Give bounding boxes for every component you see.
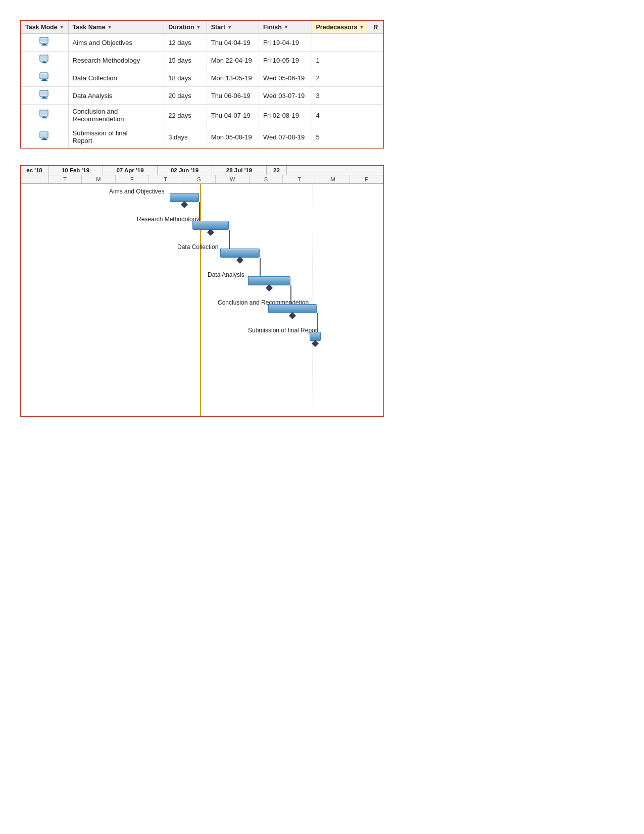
gantt-month-cell: 22 xyxy=(267,166,287,175)
duration-cell: 3 days xyxy=(164,126,207,148)
svg-rect-1 xyxy=(41,38,47,42)
project-table: Task Mode ▼ Task Name ▼ Duration ▼ Start… xyxy=(21,21,383,148)
gantt-day-header-row: TMFTSWSTMF xyxy=(21,175,383,184)
project-table-container: Task Mode ▼ Task Name ▼ Duration ▼ Start… xyxy=(20,20,384,149)
gantt-day-cell: M xyxy=(316,175,350,183)
col-header-task-name[interactable]: Task Name ▼ xyxy=(68,21,164,34)
gantt-day-cell: S xyxy=(250,175,283,183)
gantt-connector-vertical xyxy=(260,258,261,276)
svg-rect-14 xyxy=(42,97,46,98)
svg-rect-9 xyxy=(41,74,47,78)
predecessors-cell xyxy=(312,34,368,52)
gantt-day-cell: F xyxy=(116,175,149,183)
gantt-task-label: Data Analysis xyxy=(208,271,244,278)
col-header-task-mode[interactable]: Task Mode ▼ xyxy=(21,21,69,34)
gantt-chart-container: ec '1810 Feb '1907 Apr '1902 Jun '1928 J… xyxy=(20,165,384,417)
gantt-day-cell: T xyxy=(48,175,82,183)
gantt-task-label: Data Collection xyxy=(177,243,218,251)
task-name-cell: Submission of final Report xyxy=(68,126,164,148)
gantt-task-label: Research Methodology xyxy=(137,216,199,223)
finish-cell: Wed 05-06-19 xyxy=(259,69,312,87)
svg-rect-13 xyxy=(41,91,47,95)
predecessors-cell: 4 xyxy=(312,105,368,126)
start-cell: Thu 04-04-19 xyxy=(207,34,259,52)
gantt-month-cell: 02 Jun '19 xyxy=(158,166,212,175)
task-mode-icon xyxy=(21,34,69,52)
gantt-month-cell: ec '18 xyxy=(21,166,48,175)
table-row: Aims and Objectives12 daysThu 04-04-19Fr… xyxy=(21,34,383,52)
gantt-task-label: Aims and Objectives xyxy=(109,188,164,195)
finish-cell: Fri 19-04-19 xyxy=(259,34,312,52)
task-name-cell: Data Collection xyxy=(68,69,164,87)
svg-rect-6 xyxy=(42,62,46,63)
svg-rect-19 xyxy=(41,118,47,118)
predecessors-cell: 5 xyxy=(312,126,368,148)
gantt-month-cell: 28 Jul '19 xyxy=(212,166,267,175)
r-cell xyxy=(368,105,383,126)
duration-cell: 12 days xyxy=(164,34,207,52)
svg-rect-21 xyxy=(41,133,47,137)
task-mode-icon xyxy=(21,87,69,105)
gantt-day-cell: M xyxy=(82,175,115,183)
gantt-day-cell: F xyxy=(350,175,383,183)
col-header-duration[interactable]: Duration ▼ xyxy=(164,21,207,34)
gantt-day-cell: W xyxy=(216,175,249,183)
gantt-connector-vertical xyxy=(229,230,230,249)
predecessors-cell: 2 xyxy=(312,69,368,87)
svg-rect-18 xyxy=(42,117,46,118)
task-mode-icon xyxy=(21,105,69,126)
task-name-cell: Conclusion and Recommendetion xyxy=(68,105,164,126)
svg-rect-2 xyxy=(42,44,46,45)
gantt-milestone-diamond xyxy=(289,312,296,319)
gantt-month-header-row: ec '1810 Feb '1907 Apr '1902 Jun '1928 J… xyxy=(21,166,383,175)
svg-rect-3 xyxy=(41,45,47,45)
r-cell xyxy=(368,34,383,52)
svg-rect-17 xyxy=(41,111,47,115)
gantt-dotted-line xyxy=(313,184,313,416)
table-row: Data Collection18 daysMon 13-05-19Wed 05… xyxy=(21,69,383,87)
finish-cell: Wed 07-08-19 xyxy=(259,126,312,148)
gantt-milestone-diamond xyxy=(181,201,188,208)
r-cell xyxy=(368,52,383,69)
finish-cell: Fri 10-05-19 xyxy=(259,52,312,69)
gantt-milestone-diamond xyxy=(266,284,273,291)
finish-cell: Fri 02-08-19 xyxy=(259,105,312,126)
svg-rect-7 xyxy=(41,63,47,63)
task-mode-icon xyxy=(21,69,69,87)
duration-cell: 18 days xyxy=(164,69,207,87)
table-row: Conclusion and Recommendetion22 daysThu … xyxy=(21,105,383,126)
svg-rect-23 xyxy=(41,139,47,140)
duration-cell: 20 days xyxy=(164,87,207,105)
r-cell xyxy=(368,69,383,87)
table-row: Research Methodology15 daysMon 22-04-19F… xyxy=(21,52,383,69)
gantt-month-cell: 10 Feb '19 xyxy=(48,166,103,175)
gantt-day-cell: T xyxy=(149,175,182,183)
svg-rect-5 xyxy=(41,56,47,60)
duration-cell: 15 days xyxy=(164,52,207,69)
finish-cell: Wed 03-07-19 xyxy=(259,87,312,105)
col-header-finish[interactable]: Finish ▼ xyxy=(259,21,312,34)
gantt-milestone-diamond xyxy=(207,229,214,236)
start-cell: Mon 13-05-19 xyxy=(207,69,259,87)
col-header-predecessors[interactable]: Predecessors ▼ xyxy=(312,21,368,34)
svg-rect-15 xyxy=(41,98,47,99)
r-cell xyxy=(368,87,383,105)
col-header-r: R xyxy=(368,21,383,34)
start-cell: Mon 22-04-19 xyxy=(207,52,259,69)
start-cell: Mon 05-08-19 xyxy=(207,126,259,148)
gantt-day-cell: S xyxy=(182,175,216,183)
task-mode-icon xyxy=(21,52,69,69)
svg-rect-22 xyxy=(42,138,46,139)
svg-rect-11 xyxy=(41,80,47,81)
gantt-yellow-line xyxy=(200,184,201,416)
col-header-start[interactable]: Start ▼ xyxy=(207,21,259,34)
predecessors-cell: 3 xyxy=(312,87,368,105)
start-cell: Thu 04-07-19 xyxy=(207,105,259,126)
task-mode-icon xyxy=(21,126,69,148)
table-row: Submission of final Report3 daysMon 05-0… xyxy=(21,126,383,148)
gantt-milestone-diamond xyxy=(236,257,243,264)
start-cell: Thu 06-06-19 xyxy=(207,87,259,105)
gantt-day-cell: T xyxy=(283,175,316,183)
task-name-cell: Aims and Objectives xyxy=(68,34,164,52)
task-name-cell: Research Methodology xyxy=(68,52,164,69)
